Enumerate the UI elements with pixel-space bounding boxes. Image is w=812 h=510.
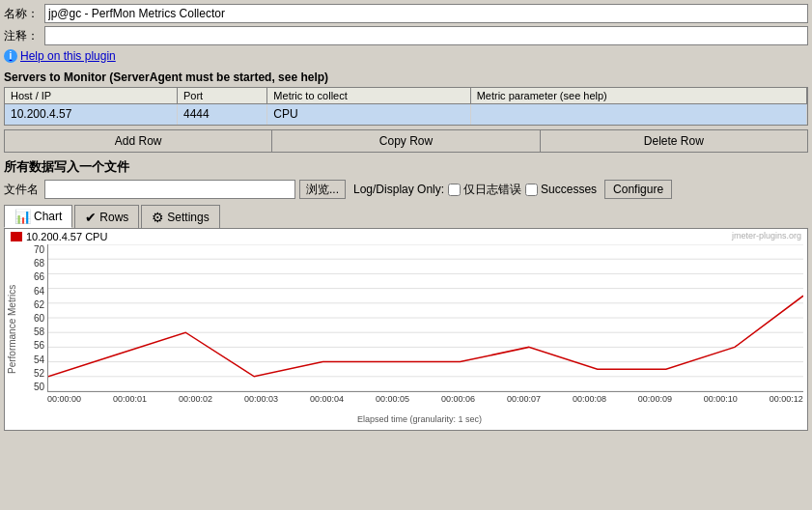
x-tick: 00:00:07 [507,394,541,404]
chart-plot [47,244,803,392]
tab-settings-label: Settings [167,211,209,224]
chart-inner: Performance Metrics 70686664626058565452… [5,244,807,413]
table-cell-metric: CPU [267,103,470,125]
file-label: 文件名 [4,182,39,198]
add-row-button[interactable]: Add Row [4,129,271,153]
chart-watermark: jmeter-plugins.org [732,231,801,241]
table-row[interactable]: 10.200.4.574444CPU [5,103,807,125]
y-tick: 68 [34,258,44,269]
chart-container: 10.200.4.57 CPU jmeter-plugins.org Perfo… [4,228,808,431]
table-cell-param [470,103,806,125]
chart-svg [48,244,803,391]
x-tick: 00:00:05 [376,394,409,404]
y-tick: 54 [34,354,44,365]
help-link[interactable]: i Help on this plugin [4,49,116,63]
configure-button[interactable]: Configure [604,180,672,199]
log-display-label: Log/Display Only: [353,183,444,196]
file-section-title: 所有数据写入一个文件 [4,158,808,176]
tab-rows-label: Rows [99,211,128,224]
x-tick: 00:00:03 [244,394,278,404]
y-tick: 56 [34,340,44,351]
tabs-container: 📊 Chart ✔ Rows ⚙ Settings [4,205,808,228]
log-errors-label: 仅日志错误 [463,182,521,198]
y-tick: 70 [34,244,44,255]
col-host: Host / IP [5,88,178,104]
servers-section-title: Servers to Monitor (ServerAgent must be … [4,71,808,84]
delete-row-button[interactable]: Delete Row [540,129,808,153]
y-tick: 52 [34,368,44,379]
servers-table: Host / IP Port Metric to collect Metric … [5,88,807,126]
y-axis-ticks: 7068666462605856545250 [20,244,47,392]
y-tick: 60 [34,313,44,324]
settings-tab-icon: ⚙ [152,210,164,225]
tab-settings[interactable]: ⚙ Settings [141,205,219,228]
file-input[interactable] [44,180,295,199]
x-tick: 00:00:02 [179,394,212,404]
help-link-text: Help on this plugin [20,49,116,63]
x-bottom-label: Elapsed time (granularity: 1 sec) [5,413,807,424]
title-input[interactable] [44,4,808,23]
chart-legend-label: 10.200.4.57 CPU [26,231,107,242]
comment-label: 注释： [4,28,39,44]
tab-chart-label: Chart [34,210,62,223]
log-errors-checkbox[interactable] [448,184,461,196]
x-tick: 00:00:04 [310,394,344,404]
copy-row-button[interactable]: Copy Row [271,129,539,153]
successes-label: Successes [541,183,597,196]
x-tick: 00:00:09 [638,394,672,404]
x-tick: 00:00:10 [704,394,738,404]
col-param: Metric parameter (see help) [470,88,806,104]
x-tick: 00:00:06 [441,394,475,404]
successes-checkbox[interactable] [525,184,538,196]
legend-color [11,232,22,241]
table-cell-host: 10.200.4.57 [5,103,178,125]
browse-button[interactable]: 浏览... [299,180,346,199]
rows-tab-icon: ✔ [85,210,97,225]
successes-checkbox-label[interactable]: Successes [525,183,597,196]
y-tick: 66 [34,271,44,282]
x-tick: 00:00:00 [47,394,81,404]
x-tick: 00:00:08 [573,394,606,404]
y-tick: 64 [34,286,44,297]
chart-tab-icon: 📊 [14,209,31,224]
y-tick: 58 [34,326,44,337]
x-tick: 00:00:01 [113,394,147,404]
x-tick: 00:00:12 [770,394,803,404]
table-cell-port: 4444 [178,103,267,125]
col-metric: Metric to collect [267,88,470,104]
tab-chart[interactable]: 📊 Chart [4,205,72,228]
col-port: Port [178,88,267,104]
help-icon: i [4,49,17,63]
chart-area: 7068666462605856545250 00:00:0000:00:010… [20,244,803,413]
tab-rows[interactable]: ✔ Rows [74,205,139,228]
y-tick: 50 [34,382,44,392]
log-errors-checkbox-label[interactable]: 仅日志错误 [448,182,521,198]
y-tick: 62 [34,299,44,310]
y-axis-label: Performance Metrics [5,244,20,413]
comment-input[interactable] [44,26,808,45]
x-axis-ticks: 00:00:0000:00:0100:00:0200:00:0300:00:04… [47,392,803,413]
title-label: 名称： [4,6,39,22]
